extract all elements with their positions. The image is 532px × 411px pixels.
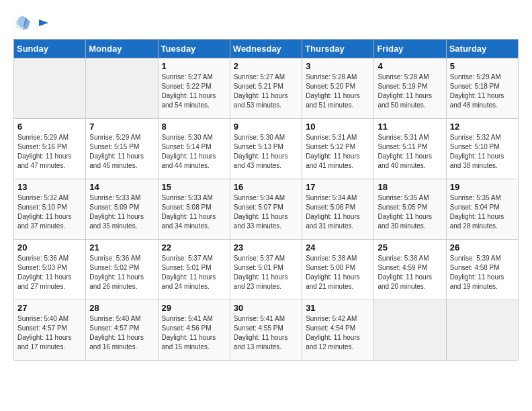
calendar-cell: 30Sunrise: 5:41 AM Sunset: 4:55 PM Dayli… xyxy=(230,300,302,361)
calendar-cell: 14Sunrise: 5:33 AM Sunset: 5:09 PM Dayli… xyxy=(86,179,158,240)
logo-icon xyxy=(13,13,32,32)
calendar-cell: 22Sunrise: 5:37 AM Sunset: 5:01 PM Dayli… xyxy=(158,240,230,300)
calendar-cell: 3Sunrise: 5:28 AM Sunset: 5:20 PM Daylig… xyxy=(302,58,374,119)
calendar-cell: 11Sunrise: 5:31 AM Sunset: 5:11 PM Dayli… xyxy=(374,119,446,179)
day-info: Sunrise: 5:38 AM Sunset: 4:59 PM Dayligh… xyxy=(378,254,442,291)
day-number: 16 xyxy=(234,182,298,192)
day-info: Sunrise: 5:36 AM Sunset: 5:03 PM Dayligh… xyxy=(17,254,82,291)
day-info: Sunrise: 5:41 AM Sunset: 4:55 PM Dayligh… xyxy=(234,314,298,352)
calendar-cell: 28Sunrise: 5:40 AM Sunset: 4:57 PM Dayli… xyxy=(86,300,158,361)
day-number: 23 xyxy=(234,242,298,253)
day-info: Sunrise: 5:28 AM Sunset: 5:20 PM Dayligh… xyxy=(306,73,370,110)
page-header xyxy=(13,13,519,32)
day-info: Sunrise: 5:27 AM Sunset: 5:21 PM Dayligh… xyxy=(234,73,298,110)
logo-arrow-icon xyxy=(36,15,51,30)
day-number: 8 xyxy=(162,122,226,132)
day-number: 20 xyxy=(17,242,82,253)
day-info: Sunrise: 5:37 AM Sunset: 5:01 PM Dayligh… xyxy=(234,254,298,291)
calendar-cell: 12Sunrise: 5:32 AM Sunset: 5:10 PM Dayli… xyxy=(446,119,518,179)
calendar-cell xyxy=(14,58,86,119)
day-info: Sunrise: 5:32 AM Sunset: 5:10 PM Dayligh… xyxy=(450,133,515,171)
calendar-cell: 9Sunrise: 5:30 AM Sunset: 5:13 PM Daylig… xyxy=(230,119,302,179)
day-of-week-header: Friday xyxy=(374,40,446,58)
calendar-cell: 2Sunrise: 5:27 AM Sunset: 5:21 PM Daylig… xyxy=(230,58,302,119)
day-info: Sunrise: 5:30 AM Sunset: 5:14 PM Dayligh… xyxy=(162,133,226,171)
calendar-cell: 8Sunrise: 5:30 AM Sunset: 5:14 PM Daylig… xyxy=(158,119,230,179)
day-number: 14 xyxy=(89,182,154,192)
logo xyxy=(13,13,51,32)
day-info: Sunrise: 5:31 AM Sunset: 5:11 PM Dayligh… xyxy=(378,133,442,171)
day-info: Sunrise: 5:35 AM Sunset: 5:04 PM Dayligh… xyxy=(450,193,515,231)
day-info: Sunrise: 5:39 AM Sunset: 4:58 PM Dayligh… xyxy=(450,254,515,291)
day-number: 21 xyxy=(89,242,154,253)
day-number: 28 xyxy=(89,303,154,313)
calendar-cell: 5Sunrise: 5:29 AM Sunset: 5:18 PM Daylig… xyxy=(446,58,518,119)
day-number: 12 xyxy=(450,122,515,132)
day-info: Sunrise: 5:29 AM Sunset: 5:18 PM Dayligh… xyxy=(450,73,515,110)
calendar-cell: 31Sunrise: 5:42 AM Sunset: 4:54 PM Dayli… xyxy=(302,300,374,361)
day-number: 26 xyxy=(450,242,515,253)
calendar-cell xyxy=(374,300,446,361)
day-number: 6 xyxy=(17,122,82,132)
calendar-week-row: 13Sunrise: 5:32 AM Sunset: 5:10 PM Dayli… xyxy=(14,179,519,240)
day-of-week-header: Monday xyxy=(86,40,158,58)
day-number: 7 xyxy=(89,122,154,132)
day-number: 25 xyxy=(378,242,442,253)
calendar-cell: 6Sunrise: 5:29 AM Sunset: 5:16 PM Daylig… xyxy=(14,119,86,179)
day-number: 18 xyxy=(378,182,442,192)
day-info: Sunrise: 5:31 AM Sunset: 5:12 PM Dayligh… xyxy=(306,133,370,171)
day-number: 2 xyxy=(234,61,298,71)
calendar-cell: 18Sunrise: 5:35 AM Sunset: 5:05 PM Dayli… xyxy=(374,179,446,240)
day-info: Sunrise: 5:40 AM Sunset: 4:57 PM Dayligh… xyxy=(89,314,154,352)
calendar-week-row: 27Sunrise: 5:40 AM Sunset: 4:57 PM Dayli… xyxy=(14,300,519,361)
day-info: Sunrise: 5:30 AM Sunset: 5:13 PM Dayligh… xyxy=(234,133,298,171)
calendar-cell: 25Sunrise: 5:38 AM Sunset: 4:59 PM Dayli… xyxy=(374,240,446,300)
day-number: 31 xyxy=(306,303,370,313)
calendar-table: SundayMondayTuesdayWednesdayThursdayFrid… xyxy=(13,39,519,361)
day-info: Sunrise: 5:42 AM Sunset: 4:54 PM Dayligh… xyxy=(306,314,370,352)
day-of-week-header: Saturday xyxy=(446,40,518,58)
day-number: 15 xyxy=(162,182,226,192)
day-number: 19 xyxy=(450,182,515,192)
day-of-week-header: Sunday xyxy=(14,40,86,58)
day-number: 17 xyxy=(306,182,370,192)
day-of-week-header: Tuesday xyxy=(158,40,230,58)
day-of-week-header: Thursday xyxy=(302,40,374,58)
calendar-cell: 15Sunrise: 5:33 AM Sunset: 5:08 PM Dayli… xyxy=(158,179,230,240)
day-info: Sunrise: 5:35 AM Sunset: 5:05 PM Dayligh… xyxy=(378,193,442,231)
calendar-cell: 20Sunrise: 5:36 AM Sunset: 5:03 PM Dayli… xyxy=(14,240,86,300)
day-number: 22 xyxy=(162,242,226,253)
calendar-header-row: SundayMondayTuesdayWednesdayThursdayFrid… xyxy=(14,40,519,58)
day-info: Sunrise: 5:27 AM Sunset: 5:22 PM Dayligh… xyxy=(162,73,226,110)
day-info: Sunrise: 5:37 AM Sunset: 5:01 PM Dayligh… xyxy=(162,254,226,291)
calendar-cell: 27Sunrise: 5:40 AM Sunset: 4:57 PM Dayli… xyxy=(14,300,86,361)
svg-marker-3 xyxy=(39,19,48,26)
day-info: Sunrise: 5:36 AM Sunset: 5:02 PM Dayligh… xyxy=(89,254,154,291)
calendar-week-row: 1Sunrise: 5:27 AM Sunset: 5:22 PM Daylig… xyxy=(14,58,519,119)
calendar-cell: 17Sunrise: 5:34 AM Sunset: 5:06 PM Dayli… xyxy=(302,179,374,240)
calendar-cell: 1Sunrise: 5:27 AM Sunset: 5:22 PM Daylig… xyxy=(158,58,230,119)
day-info: Sunrise: 5:28 AM Sunset: 5:19 PM Dayligh… xyxy=(378,73,442,110)
day-number: 30 xyxy=(234,303,298,313)
day-info: Sunrise: 5:33 AM Sunset: 5:08 PM Dayligh… xyxy=(162,193,226,231)
calendar-week-row: 20Sunrise: 5:36 AM Sunset: 5:03 PM Dayli… xyxy=(14,240,519,300)
day-number: 4 xyxy=(378,61,442,71)
calendar-cell: 4Sunrise: 5:28 AM Sunset: 5:19 PM Daylig… xyxy=(374,58,446,119)
day-number: 5 xyxy=(450,61,515,71)
day-number: 10 xyxy=(306,122,370,132)
day-number: 11 xyxy=(378,122,442,132)
day-info: Sunrise: 5:38 AM Sunset: 5:00 PM Dayligh… xyxy=(306,254,370,291)
day-number: 27 xyxy=(17,303,82,313)
day-info: Sunrise: 5:34 AM Sunset: 5:06 PM Dayligh… xyxy=(306,193,370,231)
day-number: 9 xyxy=(234,122,298,132)
day-of-week-header: Wednesday xyxy=(230,40,302,58)
calendar-cell: 10Sunrise: 5:31 AM Sunset: 5:12 PM Dayli… xyxy=(302,119,374,179)
day-info: Sunrise: 5:41 AM Sunset: 4:56 PM Dayligh… xyxy=(162,314,226,352)
calendar-cell: 13Sunrise: 5:32 AM Sunset: 5:10 PM Dayli… xyxy=(14,179,86,240)
calendar-cell: 23Sunrise: 5:37 AM Sunset: 5:01 PM Dayli… xyxy=(230,240,302,300)
day-number: 1 xyxy=(162,61,226,71)
calendar-cell xyxy=(446,300,518,361)
calendar-cell: 7Sunrise: 5:29 AM Sunset: 5:15 PM Daylig… xyxy=(86,119,158,179)
day-number: 24 xyxy=(306,242,370,253)
calendar-cell: 16Sunrise: 5:34 AM Sunset: 5:07 PM Dayli… xyxy=(230,179,302,240)
